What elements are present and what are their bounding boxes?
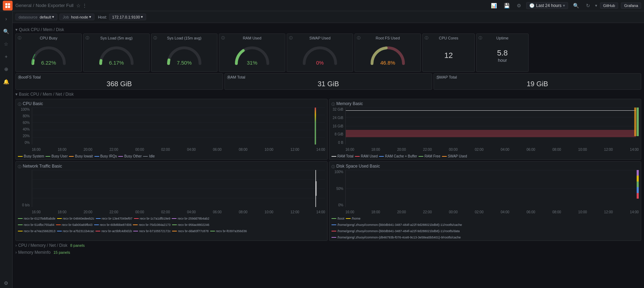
topbar-right: 📊 💾 ⚙ 🕐 Last 24 hours ▾ 🔍 ↻ ▾ GitHub Gra… bbox=[489, 2, 641, 9]
cpu-cores-card: ⓘ CPU Cores 12 bbox=[422, 34, 475, 72]
cpu-cores-value: 12 bbox=[444, 51, 453, 60]
swap-total-title: SWAP Total bbox=[437, 75, 638, 79]
datasource-filter[interactable]: datasource default ▾ bbox=[15, 14, 57, 20]
basic-section-title: Basic CPU / Mem / Net / Disk bbox=[19, 92, 74, 97]
basic-cpu-section-header[interactable]: ▾ Basic CPU / Mem / Net / Disk bbox=[15, 92, 641, 97]
cpu-chart-grid bbox=[32, 108, 325, 145]
ram-used-title: RAM Used bbox=[222, 36, 282, 40]
swap-used-value: 0% bbox=[316, 60, 324, 66]
breadcrumb: General / Node Exporter Full ☆ ⋮ bbox=[15, 3, 87, 8]
root-fs-card: ⓘ Root FS Used 46.8% bbox=[355, 34, 421, 72]
disk-chart-info-icon[interactable]: ⓘ bbox=[331, 164, 335, 169]
ram-total-title: RAM Total bbox=[228, 75, 429, 79]
mem-basic-panel: ⓘ Memory Basic 32 GiB 24 GiB 16 GiB 8 Gi… bbox=[329, 99, 641, 160]
cpu-chart-info-icon[interactable]: ⓘ bbox=[18, 102, 21, 107]
github-button[interactable]: GitHub bbox=[600, 2, 618, 9]
swap-total-card: ⓘ SWAP Total 19 GiB bbox=[434, 73, 641, 90]
host-chevron: ▾ bbox=[141, 15, 143, 19]
host-value: 172.17.0.1:9100 bbox=[112, 15, 140, 19]
info-icon-cpu-busy[interactable]: ⓘ bbox=[18, 36, 21, 40]
settings-icon[interactable]: ⚙ bbox=[515, 2, 523, 9]
ram-total-card: ⓘ RAM Total 31 GiB bbox=[224, 73, 432, 90]
root-fs-title: Root FS Used bbox=[358, 36, 418, 40]
swap-used-title: SWAP Used bbox=[290, 36, 350, 40]
ram-used-card: ⓘ RAM Used 31% bbox=[219, 34, 285, 72]
grafana-button[interactable]: Grafana bbox=[621, 2, 641, 9]
disk-chart-legend: /boot /home /home/gong/.zhuoyi/common-{b… bbox=[331, 217, 639, 239]
cpu-y-labels: 100% 80% 60% 40% 20% 0% bbox=[18, 108, 31, 145]
sidebar-compass[interactable]: ⊕ bbox=[1, 64, 11, 74]
mem-y-labels: 32 GiB 24 GiB 16 GiB 8 GiB 0 B bbox=[331, 108, 345, 145]
sidebar-gear[interactable]: ⚙ bbox=[1, 278, 11, 288]
refresh-icon[interactable]: ↻ bbox=[584, 2, 592, 9]
info-icon-swap-total[interactable]: ⓘ bbox=[436, 75, 439, 80]
sidebar-bell[interactable]: 🔔 bbox=[1, 77, 11, 87]
uptime-title: Uptime bbox=[479, 36, 525, 40]
net-y-labels: 0 b/s bbox=[18, 170, 31, 207]
net-panel: ⓘ Network Traffic Basic 0 b/s 16:001 bbox=[15, 161, 328, 241]
quick-stats-row: ⓘ CPU Busy 6.22% ⓘ Sys Load (5m avg) bbox=[15, 34, 641, 72]
job-filter[interactable]: Job host-node ▾ bbox=[59, 14, 94, 20]
app-logo bbox=[3, 1, 13, 10]
svg-rect-1 bbox=[8, 3, 10, 5]
sidebar-expand[interactable]: › bbox=[1, 14, 11, 24]
info-icon-rootfs[interactable]: ⓘ bbox=[357, 36, 360, 40]
rootfs-total-title: RootFS Total bbox=[19, 75, 220, 79]
expand-icon-meminfo: › bbox=[15, 250, 17, 255]
info-icon-rootfs-total[interactable]: ⓘ bbox=[18, 75, 21, 80]
info-icon-cpu-cores[interactable]: ⓘ bbox=[425, 36, 428, 40]
cpu-chart-title: CPU Basic bbox=[23, 101, 43, 106]
cpu-mem-section-header[interactable]: › CPU / Memory / Net / Disk 8 panels bbox=[15, 243, 641, 248]
swap-used-card: ⓘ SWAP Used 0% bbox=[287, 34, 353, 72]
rootfs-total-value: 368 GiB bbox=[19, 80, 220, 88]
info-icon-swap[interactable]: ⓘ bbox=[289, 36, 293, 40]
sys-load-5m-title: Sys Load (5m avg) bbox=[86, 36, 146, 40]
svg-rect-0 bbox=[5, 3, 7, 5]
sidebar-search[interactable]: 🔍 bbox=[1, 27, 11, 36]
sys-load-15m-value: 7.50% bbox=[177, 60, 192, 66]
info-icon-sys-15m[interactable]: ⓘ bbox=[153, 36, 157, 40]
svg-rect-2 bbox=[5, 6, 7, 8]
chart-row-2: ⓘ Network Traffic Basic 0 b/s 16:001 bbox=[15, 161, 641, 241]
svg-rect-3 bbox=[8, 6, 10, 8]
disk-x-labels: 16:0018:0020:0022:0000:0002:0004:0006:00… bbox=[345, 208, 639, 215]
topbar: General / Node Exporter Full ☆ ⋮ 📊 💾 ⚙ 🕐… bbox=[0, 0, 644, 11]
info-stats-row: ⓘ RootFS Total 368 GiB ⓘ RAM Total 31 Gi… bbox=[15, 73, 641, 90]
swap-total-value: 19 GiB bbox=[437, 80, 638, 88]
sidebar-plus[interactable]: + bbox=[1, 52, 11, 61]
sidebar-star[interactable]: ☆ bbox=[1, 39, 11, 49]
net-chart-grid bbox=[32, 170, 325, 207]
host-filter[interactable]: 172.17.0.1:9100 ▾ bbox=[109, 14, 146, 20]
datasource-label: datasource bbox=[19, 15, 37, 19]
disk-chart-area: 100% 50% 0% 16:0018:0020:0022:0000:0002:… bbox=[331, 170, 639, 215]
memory-meminfo-section-header[interactable]: › Memory Meminfo 15 panels bbox=[15, 250, 641, 255]
rootfs-total-card: ⓘ RootFS Total 368 GiB bbox=[15, 73, 223, 90]
job-value: host-node bbox=[71, 15, 88, 19]
collapse-icon-basic: ▾ bbox=[15, 92, 17, 97]
time-range-picker[interactable]: 🕐 Last 24 hours ▾ bbox=[526, 2, 568, 9]
host-label: Host: bbox=[98, 15, 107, 19]
save-icon[interactable]: 💾 bbox=[502, 2, 512, 9]
cpu-chart-area: 100% 80% 60% 40% 20% 0% 16: bbox=[18, 108, 325, 153]
info-icon-ram[interactable]: ⓘ bbox=[221, 36, 225, 40]
uptime-unit: hour bbox=[498, 58, 507, 63]
net-x-labels: 16:0018:0020:0022:0000:0002:0004:0006:00… bbox=[32, 208, 325, 215]
datasource-value: default bbox=[40, 15, 51, 19]
quick-cpu-section-header[interactable]: ▾ Quick CPU / Mem / Disk bbox=[15, 27, 641, 32]
sys-load-15m-card: ⓘ Sys Load (15m avg) 7.50% bbox=[151, 34, 217, 72]
sys-load-5m-card: ⓘ Sys Load (5m avg) 6.17% bbox=[83, 34, 150, 72]
expand-icon-cpu-mem: › bbox=[15, 243, 17, 248]
breadcrumb-dashboard[interactable]: Node Exporter Full bbox=[36, 3, 73, 8]
info-icon-uptime[interactable]: ⓘ bbox=[479, 36, 482, 40]
mem-chart-legend: RAM Total RAM Used RAM Cache + Buffer RA… bbox=[331, 154, 639, 158]
mem-chart-info-icon[interactable]: ⓘ bbox=[331, 102, 335, 107]
bar-chart-icon[interactable]: 📊 bbox=[489, 2, 499, 9]
ram-used-value: 31% bbox=[247, 60, 257, 66]
zoom-out-icon[interactable]: 🔍 bbox=[571, 2, 581, 9]
breadcrumb-general[interactable]: General bbox=[15, 3, 31, 8]
net-chart-info-icon[interactable]: ⓘ bbox=[18, 164, 21, 169]
disk-chart-title: Disk Space Used Basic bbox=[336, 164, 380, 169]
info-icon-ram-total[interactable]: ⓘ bbox=[227, 75, 230, 80]
info-icon-sys-5m[interactable]: ⓘ bbox=[86, 36, 89, 40]
sys-load-5m-value: 6.17% bbox=[109, 60, 124, 66]
